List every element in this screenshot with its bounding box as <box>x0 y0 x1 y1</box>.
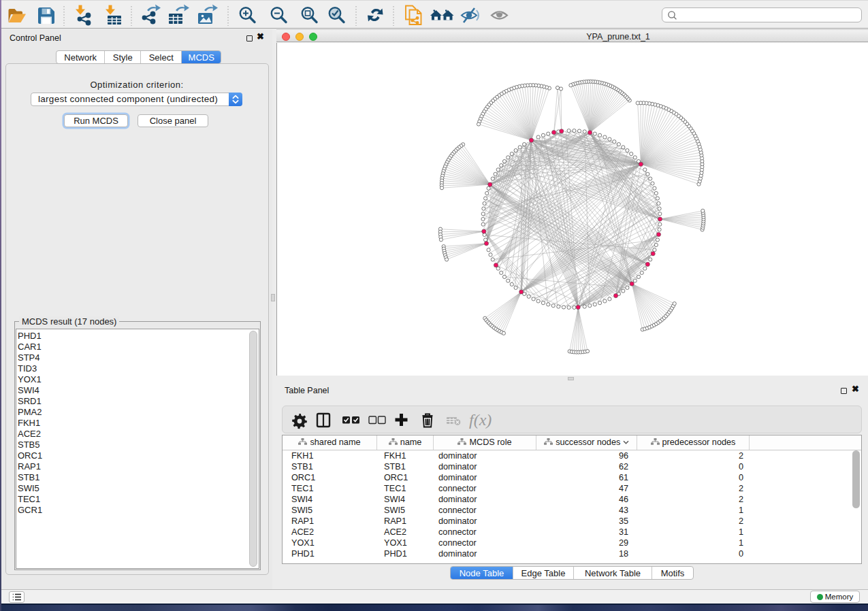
svg-text:f(x): f(x) <box>469 411 492 429</box>
